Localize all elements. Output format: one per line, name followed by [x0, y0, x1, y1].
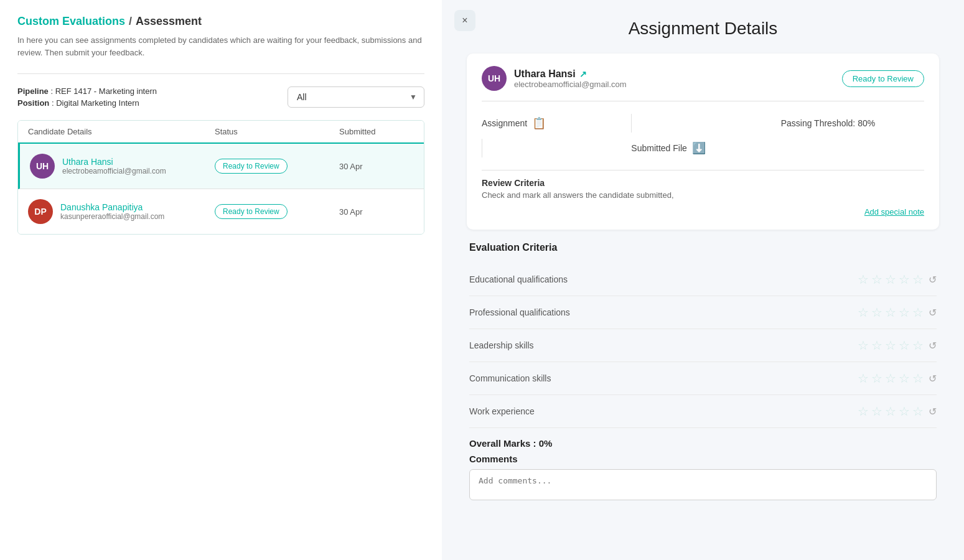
- comments-label: Comments: [469, 454, 937, 464]
- card-divider: [482, 101, 924, 101]
- review-criteria-section: Review Criteria Check and mark all answe…: [482, 178, 924, 200]
- reset-icon[interactable]: ↺: [929, 340, 937, 352]
- submitted-date: 30 Apr: [339, 162, 414, 171]
- pipeline-info: Pipeline : REF 1417 - Marketing intern P…: [17, 86, 157, 108]
- star-2[interactable]: ☆: [871, 272, 882, 287]
- candidate-name[interactable]: Danushka Panapitiya: [60, 202, 164, 212]
- external-link-icon[interactable]: ↗: [579, 69, 587, 79]
- star-3[interactable]: ☆: [885, 404, 896, 419]
- star-5[interactable]: ☆: [912, 338, 924, 353]
- close-button[interactable]: ×: [454, 10, 475, 31]
- breadcrumb: Custom Evaluations / Assessment: [17, 15, 424, 28]
- candidate-name[interactable]: Uthara Hansi: [62, 157, 166, 167]
- status-badge: Ready to Review: [215, 204, 288, 219]
- filter-select-wrapper[interactable]: All Ready to Review Reviewed ▼: [288, 86, 424, 108]
- candidate-detail-info: Uthara Hansi ↗ electrobeamofficial@gmail…: [514, 68, 627, 89]
- star-4[interactable]: ☆: [899, 371, 910, 386]
- star-2[interactable]: ☆: [871, 338, 882, 353]
- add-special-note-link[interactable]: Add special note: [864, 207, 924, 217]
- page-subtitle: In here you can see assignments complete…: [17, 34, 424, 58]
- left-panel: Custom Evaluations / Assessment In here …: [0, 0, 442, 560]
- table-row[interactable]: UH Uthara Hansi electrobeamofficial@gmai…: [18, 144, 424, 189]
- eval-row: Communication skills ☆ ☆ ☆ ☆ ☆ ↺: [469, 362, 937, 395]
- star-1[interactable]: ☆: [858, 338, 869, 353]
- position-value: Digital Marketing Intern: [56, 98, 139, 108]
- col-candidate-details: Candidate Details: [28, 127, 215, 136]
- divider: [17, 73, 424, 74]
- position-label: Position : Digital Marketing Intern: [17, 98, 157, 108]
- add-note-section: Add special note: [482, 206, 924, 217]
- reset-icon[interactable]: ↺: [929, 274, 937, 286]
- pipeline-label: Pipeline : REF 1417 - Marketing intern: [17, 86, 157, 96]
- right-panel: × Assignment Details UH Uthara Hansi ↗ e…: [442, 0, 964, 560]
- stars-row: ☆ ☆ ☆ ☆ ☆ ↺: [858, 338, 937, 353]
- candidate-email: electrobeamofficial@gmail.com: [62, 167, 166, 175]
- star-5[interactable]: ☆: [912, 305, 924, 320]
- eval-label: Professional qualifications: [469, 307, 570, 317]
- star-2[interactable]: ☆: [871, 371, 882, 386]
- reset-icon[interactable]: ↺: [929, 406, 937, 418]
- star-4[interactable]: ☆: [899, 338, 910, 353]
- candidate-cell: UH Uthara Hansi electrobeamofficial@gmai…: [30, 154, 215, 179]
- eval-row: Leadership skills ☆ ☆ ☆ ☆ ☆ ↺: [469, 329, 937, 362]
- star-2[interactable]: ☆: [871, 404, 882, 419]
- star-5[interactable]: ☆: [912, 404, 924, 419]
- star-4[interactable]: ☆: [899, 272, 910, 287]
- star-5[interactable]: ☆: [912, 272, 924, 287]
- cell-divider: [482, 139, 625, 157]
- breadcrumb-separator: /: [129, 15, 132, 28]
- star-3[interactable]: ☆: [885, 305, 896, 320]
- candidate-email: kasunpereraofficial@gmail.com: [60, 212, 164, 221]
- evaluation-section: Evaluation Criteria Educational qualific…: [467, 242, 939, 503]
- status-cell: Ready to Review: [215, 204, 339, 219]
- status-filter-select[interactable]: All Ready to Review Reviewed: [288, 86, 424, 108]
- reset-icon[interactable]: ↺: [929, 307, 937, 319]
- star-5[interactable]: ☆: [912, 371, 924, 386]
- status-badge: Ready to Review: [215, 159, 288, 174]
- eval-label: Leadership skills: [469, 340, 534, 350]
- breadcrumb-link[interactable]: Custom Evaluations: [17, 15, 125, 28]
- close-icon: ×: [462, 15, 467, 26]
- assignment-label: Assignment: [482, 118, 527, 128]
- stars-row: ☆ ☆ ☆ ☆ ☆ ↺: [858, 371, 937, 386]
- candidate-info: Uthara Hansi electrobeamofficial@gmail.c…: [62, 157, 166, 175]
- star-1[interactable]: ☆: [858, 305, 869, 320]
- evaluation-title: Evaluation Criteria: [469, 242, 937, 253]
- star-3[interactable]: ☆: [885, 338, 896, 353]
- passing-threshold-text: Passing Threshold: 80%: [781, 118, 876, 128]
- col-status: Status: [215, 127, 339, 136]
- star-1[interactable]: ☆: [858, 272, 869, 287]
- download-icon[interactable]: ⬇️: [692, 141, 706, 155]
- detail-card: UH Uthara Hansi ↗ electrobeamofficial@gm…: [467, 54, 939, 230]
- star-3[interactable]: ☆: [885, 371, 896, 386]
- candidate-header-left: UH Uthara Hansi ↗ electrobeamofficial@gm…: [482, 66, 627, 91]
- star-4[interactable]: ☆: [899, 404, 910, 419]
- reset-icon[interactable]: ↺: [929, 373, 937, 385]
- star-2[interactable]: ☆: [871, 305, 882, 320]
- stars-row: ☆ ☆ ☆ ☆ ☆ ↺: [858, 404, 937, 419]
- position-key: Position: [17, 98, 49, 108]
- stars-row: ☆ ☆ ☆ ☆ ☆ ↺: [858, 272, 937, 287]
- star-1[interactable]: ☆: [858, 371, 869, 386]
- submitted-file-label: Submitted File: [631, 143, 686, 153]
- passing-threshold-cell: Passing Threshold: 80%: [781, 118, 924, 128]
- submitted-file-cell: Submitted File ⬇️: [631, 141, 774, 155]
- stars-row: ☆ ☆ ☆ ☆ ☆ ↺: [858, 305, 937, 320]
- table-row[interactable]: DP Danushka Panapitiya kasunpereraoffici…: [18, 189, 424, 234]
- star-4[interactable]: ☆: [899, 305, 910, 320]
- candidate-info: Danushka Panapitiya kasunpereraofficial@…: [60, 202, 164, 221]
- assignment-icon[interactable]: 📋: [532, 116, 546, 130]
- candidate-name-text: Uthara Hansi: [514, 68, 576, 80]
- filter-row: Pipeline : REF 1417 - Marketing intern P…: [17, 86, 424, 108]
- star-1[interactable]: ☆: [858, 404, 869, 419]
- review-criteria-text: Check and mark all answers the candidate…: [482, 190, 924, 200]
- cell-divider: [631, 114, 774, 133]
- comments-input[interactable]: [469, 469, 937, 500]
- avatar: UH: [30, 154, 55, 179]
- eval-row: Professional qualifications ☆ ☆ ☆ ☆ ☆ ↺: [469, 296, 937, 329]
- status-cell: Ready to Review: [215, 159, 339, 174]
- star-3[interactable]: ☆: [885, 272, 896, 287]
- eval-label: Communication skills: [469, 373, 551, 383]
- candidate-header: UH Uthara Hansi ↗ electrobeamofficial@gm…: [482, 66, 924, 91]
- eval-label: Educational qualifications: [469, 274, 568, 284]
